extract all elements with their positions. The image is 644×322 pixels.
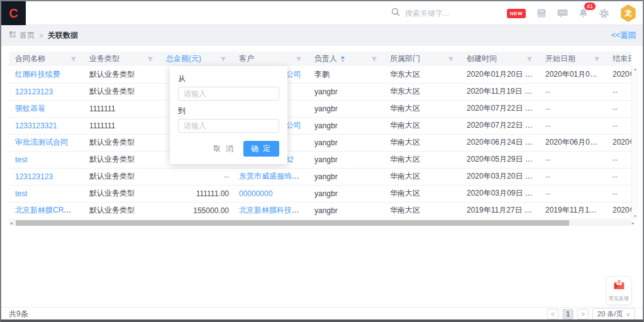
filter-icon[interactable] bbox=[371, 56, 377, 62]
bell-icon[interactable]: 41 bbox=[579, 8, 588, 18]
column-header-7[interactable]: 创建时间 bbox=[460, 52, 539, 66]
breadcrumb-current: 关联数据 bbox=[48, 30, 78, 41]
scroll-up-icon[interactable]: ▴ bbox=[633, 67, 638, 72]
column-label: 创建时间 bbox=[467, 53, 497, 64]
search-placeholder: 搜索关键字... bbox=[405, 8, 449, 19]
table-cell: -- bbox=[539, 117, 606, 134]
customer-link[interactable]: 北京新林膜科技有限公司 bbox=[239, 206, 308, 214]
column-label: 总金额(元) bbox=[166, 53, 201, 64]
filter-to-input[interactable] bbox=[178, 119, 279, 133]
back-link[interactable]: <<返回 bbox=[611, 30, 636, 41]
cancel-button[interactable]: 取 消 bbox=[213, 143, 234, 154]
column-label: 合同名称 bbox=[15, 53, 45, 64]
table-header-row: 合同名称业务类型总金额(元)客户负责人所属部门创建时间开始日期结束日期 bbox=[9, 52, 631, 66]
table-cell: 华南大区 bbox=[384, 134, 460, 151]
contract-link[interactable]: 123123123 bbox=[15, 172, 53, 181]
table-cell: test bbox=[9, 185, 83, 202]
contracts-table: 合同名称业务类型总金额(元)客户负责人所属部门创建时间开始日期结束日期 红圈科技… bbox=[9, 52, 638, 226]
table-cell: 东莞市威盛服饰有限公司 bbox=[233, 168, 308, 185]
column-header-5[interactable]: 负责人 bbox=[308, 52, 384, 66]
scroll-down-icon[interactable]: ▾ bbox=[633, 214, 638, 219]
vertical-scrollbar[interactable]: ▴ ▾ bbox=[631, 66, 638, 219]
filter-icon[interactable] bbox=[220, 56, 226, 62]
contract-link[interactable]: 123123123 bbox=[15, 87, 53, 96]
column-header-9[interactable]: 结束日期 bbox=[606, 52, 631, 66]
contract-link[interactable]: test bbox=[15, 189, 27, 198]
global-search[interactable]: 搜索关键字... bbox=[391, 1, 449, 25]
table-cell: 111111.00 bbox=[160, 185, 233, 202]
table-cell: -- bbox=[539, 83, 606, 100]
customer-link[interactable]: 东莞市威盛服饰有限公司 bbox=[239, 172, 308, 180]
feedback-label: 意见反馈 bbox=[609, 295, 629, 303]
breadcrumb: 首页 > 关联数据 <<返回 bbox=[1, 25, 643, 46]
gear-icon[interactable] bbox=[599, 8, 609, 19]
table-cell: 2020年06月01日 bbox=[539, 134, 606, 151]
contract-link[interactable]: 审批流测试合同 bbox=[15, 138, 68, 147]
table-cell: 2020年06月24日 14:45 bbox=[460, 134, 539, 151]
scroll-left-icon[interactable]: ◂ bbox=[10, 220, 13, 226]
table-cell: -- bbox=[606, 151, 631, 168]
column-header-8[interactable]: 开始日期 bbox=[539, 52, 606, 66]
column-header-3[interactable]: 总金额(元) bbox=[160, 52, 233, 66]
filter-icon[interactable] bbox=[526, 56, 533, 62]
footer: 共9条 < 1 > 20 条/页 ∨ bbox=[1, 307, 643, 321]
filter-from-input[interactable] bbox=[178, 87, 279, 101]
table-cell: yangbr bbox=[308, 185, 384, 202]
column-header-1[interactable]: 合同名称 bbox=[9, 52, 83, 66]
table-cell: -- bbox=[539, 100, 606, 117]
current-page[interactable]: 1 bbox=[562, 309, 574, 319]
table-cell: 2020年 bbox=[606, 134, 631, 151]
home-icon bbox=[9, 31, 16, 40]
filter-icon[interactable] bbox=[296, 56, 302, 62]
customer-link[interactable]: 公司 bbox=[286, 70, 301, 79]
filter-icon[interactable] bbox=[70, 56, 77, 62]
page-size-select[interactable]: 20 条/页 ∨ bbox=[592, 308, 635, 320]
contract-link[interactable]: 驱蚊器翁 bbox=[15, 104, 45, 113]
feedback-button[interactable]: 意见反馈 bbox=[606, 276, 631, 305]
table-cell: 00000000 bbox=[233, 185, 308, 202]
customer-link[interactable]: 00000000 bbox=[239, 189, 272, 198]
table-row: 审批流测试合同默认业务类型150000.00百度yangbr华南大区2020年0… bbox=[9, 134, 631, 151]
scroll-right-icon[interactable]: ▸ bbox=[632, 220, 635, 226]
avatar[interactable]: 龙 bbox=[620, 4, 636, 22]
table-row: 驱蚊器翁1111111yangbr华南大区2020年07月22日 14:04--… bbox=[9, 100, 631, 117]
chat-icon[interactable] bbox=[557, 8, 568, 18]
horizontal-scroll-thumb[interactable] bbox=[16, 220, 569, 226]
contract-link[interactable]: 1233123321 bbox=[15, 121, 57, 130]
table-cell: yangbr bbox=[308, 168, 384, 185]
column-header-6[interactable]: 所属部门 bbox=[384, 52, 460, 66]
filter-icon[interactable] bbox=[448, 56, 454, 62]
filter-icon[interactable] bbox=[594, 56, 600, 62]
logo-letter: C bbox=[9, 6, 18, 21]
table-cell: 2020年 bbox=[606, 202, 631, 219]
horizontal-scrollbar[interactable]: ◂ bbox=[9, 220, 631, 226]
column-header-4[interactable]: 客户 bbox=[233, 52, 308, 66]
customer-link[interactable]: 公司 bbox=[286, 121, 301, 130]
table-cell: 华南大区 bbox=[384, 117, 460, 134]
filter-icon[interactable] bbox=[147, 56, 153, 62]
contract-link[interactable]: 红圈科技续费 bbox=[15, 70, 60, 79]
table-cell: 2020年07月22日 14:04 bbox=[460, 100, 539, 117]
prev-page-button[interactable]: < bbox=[547, 309, 558, 319]
sort-icon[interactable] bbox=[341, 56, 345, 62]
breadcrumb-home[interactable]: 首页 bbox=[19, 30, 35, 41]
column-label: 所属部门 bbox=[390, 53, 420, 64]
column-header-2[interactable]: 业务类型 bbox=[83, 52, 160, 66]
table-cell: -- bbox=[606, 185, 631, 202]
contract-link[interactable]: test bbox=[15, 155, 27, 164]
app-logo[interactable]: C bbox=[1, 1, 26, 25]
next-page-button[interactable]: > bbox=[577, 309, 589, 319]
column-label: 业务类型 bbox=[89, 53, 119, 64]
table-cell: 华南大区 bbox=[384, 185, 460, 202]
table-cell: 华东大区 bbox=[384, 66, 460, 83]
table-cell: yangbr bbox=[308, 117, 384, 134]
table-cell: yangbr bbox=[308, 151, 384, 168]
table-cell: -- bbox=[606, 83, 631, 100]
table-cell: -- bbox=[539, 168, 606, 185]
confirm-button[interactable]: 确 定 bbox=[243, 141, 279, 157]
contract-link[interactable]: 北京新林膜CRM100用户... bbox=[15, 206, 83, 214]
table-cell: 华南大区 bbox=[384, 151, 460, 168]
table-row: 123123123默认业务类型yangbr华东大区2020年11月19日 15:… bbox=[9, 83, 631, 100]
table-cell: 默认业务类型 bbox=[83, 66, 160, 83]
notebook-icon[interactable] bbox=[536, 8, 547, 18]
